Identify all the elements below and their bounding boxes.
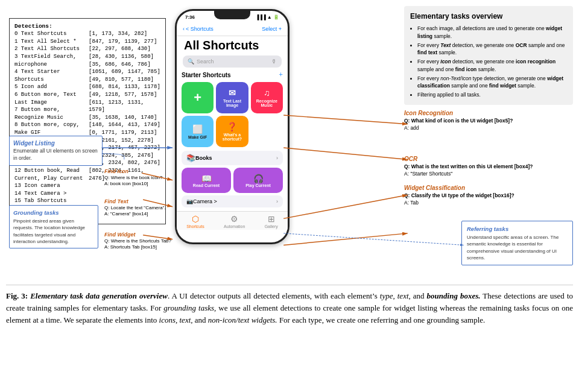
det-bbox-0: [1, 173, 334, 282] — [89, 30, 160, 38]
phone-tile-read-current[interactable]: 📖 Read Current — [182, 168, 231, 193]
det-bbox-2: [22, 297, 688, 430] — [89, 45, 160, 53]
mic-icon: 🎙 — [271, 58, 277, 65]
phone-tab-gallery[interactable]: ⊞ Gallery — [265, 214, 278, 229]
icon-recognition-section: Icon Recognition Q: What kind of icon is… — [404, 110, 573, 132]
widget-listing-box: Widget Listing Enumerate all UI elements… — [9, 136, 103, 166]
detections-label: Detections: — [14, 22, 160, 30]
find-widget-label: Find Widget — [104, 232, 135, 238]
phone-tile-text-last[interactable]: ✉ Text Last Image — [216, 82, 248, 113]
find-text-annotation: Find Text Q: Locate the text "Camera". A… — [104, 196, 166, 218]
find-text-a: A: "Camera" [box14] — [104, 211, 166, 217]
widget-classification-q: Q: Classify the UI type of the widget [b… — [404, 192, 514, 198]
detection-box: Detections: 0 Text Shortcuts 1 Text All … — [9, 18, 166, 224]
elementary-bullet-2: For every Icon detection, we generate on… — [417, 58, 567, 74]
phone-tile-recognize-music[interactable]: ♫ Recognize Music — [251, 82, 283, 113]
phone-search-placeholder: Search — [197, 58, 214, 65]
icon-recognition-a: A: add — [404, 125, 419, 131]
phone-mockup: 7:36 ▐▐▐ ▲ 🔋 ‹ < Shortcuts Select + — [175, 9, 290, 244]
phone-section-plus-button[interactable]: + — [279, 71, 283, 80]
det-bbox-6: [49, 810, 577, 1180] — [89, 76, 160, 84]
phone-tile-whats-shortcut[interactable]: ❓ What's a shortcut? — [216, 116, 248, 147]
phone-camera-row[interactable]: 📷 Camera > › — [182, 195, 283, 207]
phone-read-row: 📖 Read Current 🎧 Play Current — [182, 168, 283, 193]
phone-tab-shortcuts[interactable]: ⬡ Shortcuts — [186, 214, 204, 229]
phone-books-row[interactable]: 📚 Books › — [182, 151, 283, 165]
ocr-section: OCR Q: What is the text written on this … — [404, 156, 573, 183]
shortcuts-tab-icon: ⬡ — [192, 214, 199, 224]
find-widget-a: A: Shortcuts Tab [box15] — [104, 244, 171, 250]
phone-tab-automation[interactable]: ⚙ Automation — [224, 214, 245, 229]
det-row-5: 5 Icon add — [14, 83, 86, 91]
caption-italic3: grounding tasks, — [163, 303, 216, 312]
grounding-tasks-box: Grounding tasks Pinpoint desired areas g… — [9, 205, 98, 248]
phone-frame: 7:36 ▐▐▐ ▲ 🔋 ‹ < Shortcuts Select + — [175, 9, 290, 244]
phone-camera-label: Camera > — [193, 198, 217, 204]
ocr-title: OCR — [404, 156, 573, 162]
ocr-a: A: "Starter Shortcuts" — [404, 171, 452, 177]
phone-read-current-label: Read Current — [193, 183, 220, 188]
det-bbox-9: [611, 1213, 1131, 1579] — [89, 99, 160, 114]
phone-select-label: Select — [262, 26, 277, 32]
add-icon: + — [194, 90, 201, 106]
widget-classification-title: Widget Classification — [404, 185, 573, 191]
elementary-overview: Elementary tasks overview For each image… — [404, 6, 573, 136]
read-icon: 📖 — [201, 174, 212, 183]
recognize-music-icon: ♫ — [264, 88, 270, 98]
widget-classification-task: Widget Classification Q: Classify the UI… — [404, 185, 573, 207]
chevron-right-icon: › — [276, 155, 278, 161]
phone-tab-shortcuts-label: Shortcuts — [186, 224, 204, 229]
text-last-icon: ✉ — [229, 88, 236, 98]
headphones-icon: 🎧 — [253, 174, 264, 183]
phone-back-button[interactable]: ‹ < Shortcuts — [183, 26, 214, 32]
find-widget-qa: Q: Where is the Shortcuts Tab? A: Shortc… — [104, 238, 171, 251]
diagram-section: Detections: 0 Text Shortcuts 1 Text All … — [6, 6, 573, 283]
phone-tiles-grid: + ✉ Text Last Image ♫ Recognize Music ⬜ — [182, 82, 283, 147]
make-gif-icon: ⬜ — [192, 124, 203, 134]
elementary-bullet-4: Filtering applied to all tasks. — [417, 91, 567, 99]
det-bbox-11: [148, 1644, 413, 1749] — [89, 121, 160, 129]
phone-plus-label: + — [279, 26, 282, 32]
caption-italic4: icons, text, — [159, 315, 193, 324]
find-widget-annotation: Find Widget Q: Where is the Shortcuts Ta… — [104, 229, 171, 251]
grounding-tasks-title: Grounding tasks — [13, 209, 94, 217]
widget-listing-subtitle: Enumerate all UI elements on screen in o… — [13, 148, 98, 162]
det-row-15: 15 Tab Shortcuts — [14, 197, 86, 205]
caption-italic5: non-icon/text widgets. — [208, 315, 277, 324]
phone-tile-add[interactable]: + — [182, 82, 214, 113]
find-widget-q: Q: Where is the Shortcuts Tab? — [104, 238, 171, 244]
phone-tile-text-last-label: Text Last Image — [218, 99, 246, 107]
figure-caption: Fig. 3: Elementary task data generation … — [6, 285, 573, 326]
find-icon-a: A: book icon [box10] — [104, 181, 163, 187]
books-icon: 📚 — [186, 154, 195, 162]
chevron-right-camera-icon: › — [276, 198, 278, 204]
phone-search-bar[interactable]: 🔍 Search 🎙 — [183, 55, 282, 68]
find-icon-group: Find Icon Q: Where is the book icon? A: … — [104, 166, 163, 188]
caption-body5: and — [193, 315, 208, 324]
det-row-12: 12 Button book, Read Current, Play Curre… — [14, 167, 86, 182]
ocr-q: Q: What is the text written on this UI e… — [404, 163, 533, 169]
det-bbox-5: [1051, 689, 1147, 785] — [89, 68, 160, 76]
det-row-7: 7 Button more, Recognize Music — [14, 106, 86, 121]
elementary-bullet-1: For every Text detection, we generate on… — [417, 42, 567, 57]
icon-recognition-qa: Q: What kind of icon is the UI widget [b… — [404, 118, 573, 132]
phone-back-label: < Shortcuts — [186, 26, 214, 32]
phone-select-button[interactable]: Select + — [262, 26, 282, 32]
det-col-right: [1, 173, 334, 282] [847, 179, 1139, 277]… — [89, 30, 160, 220]
find-text-qa: Q: Locate the text "Camera". A: "Camera"… — [104, 205, 166, 218]
det-row-8: 8 Button more, copy, Make GIF — [14, 121, 86, 136]
det-row-3: 3 TextField Search, microphone — [14, 53, 86, 68]
detection-table: 0 Text Shortcuts 1 Text All Select * 2 T… — [14, 30, 160, 220]
chevron-left-icon: ‹ — [183, 26, 185, 32]
caption-bold-text: Elementary task data generation overview — [30, 291, 168, 300]
referring-tasks-box: Referring tasks Understand specific area… — [461, 221, 573, 265]
search-icon: 🔍 — [188, 58, 194, 65]
det-bbox-8: [49, 1218, 577, 1578] — [89, 91, 160, 99]
elementary-tasks-box: Elementary tasks overview For each image… — [404, 6, 573, 105]
caption-body2: and — [411, 291, 427, 300]
referring-tasks-title: Referring tasks — [467, 225, 568, 233]
find-icon-qa: Q: Where is the book icon? A: book icon … — [104, 175, 163, 188]
phone-tile-make-gif[interactable]: ⬜ Make GIF — [182, 116, 214, 147]
whats-shortcut-icon: ❓ — [227, 122, 237, 131]
find-text-group: Find Text Q: Locate the text "Camera". A… — [104, 196, 166, 218]
phone-tile-play-current[interactable]: 🎧 Play Current — [233, 168, 283, 193]
